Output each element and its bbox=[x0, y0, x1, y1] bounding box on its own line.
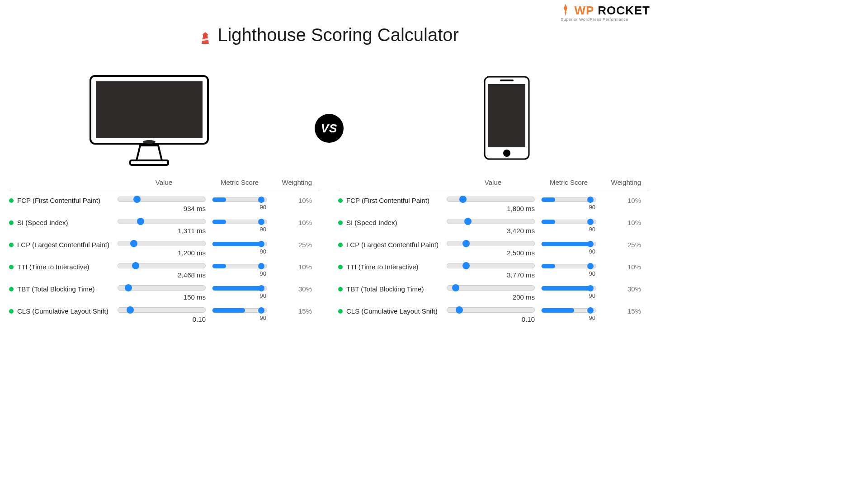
slider-thumb[interactable] bbox=[125, 284, 132, 291]
slider-thumb[interactable] bbox=[258, 307, 264, 314]
slider-thumb[interactable] bbox=[587, 219, 594, 225]
metric-score: 90 bbox=[539, 204, 598, 211]
mobile-rows: FCP (First Contentful Paint)1,800 ms9010… bbox=[338, 190, 649, 323]
score-column: 90 bbox=[210, 263, 269, 277]
value-column: 2,500 ms bbox=[447, 241, 539, 257]
score-fill bbox=[212, 242, 261, 246]
slider-thumb[interactable] bbox=[462, 240, 470, 247]
slider-thumb[interactable] bbox=[258, 241, 264, 247]
score-slider[interactable] bbox=[541, 220, 596, 224]
metric-weight: 30% bbox=[269, 285, 312, 293]
score-column: 90 bbox=[210, 307, 269, 321]
slider-thumb[interactable] bbox=[452, 284, 459, 291]
value-slider[interactable] bbox=[118, 219, 206, 224]
score-fill bbox=[542, 220, 555, 224]
slider-thumb[interactable] bbox=[258, 263, 264, 269]
slider-thumb[interactable] bbox=[258, 219, 264, 225]
value-column: 1,800 ms bbox=[447, 197, 539, 212]
slider-thumb[interactable] bbox=[587, 285, 594, 291]
col-value: Value bbox=[447, 178, 539, 186]
metric-value: 2,468 ms bbox=[118, 271, 210, 279]
score-slider[interactable] bbox=[212, 286, 267, 291]
value-slider[interactable] bbox=[118, 307, 206, 313]
status-dot-icon bbox=[338, 221, 343, 225]
metric-row: TTI (Time to Interactive)2,468 ms9010% bbox=[9, 257, 320, 279]
score-slider[interactable] bbox=[541, 308, 596, 313]
slider-thumb[interactable] bbox=[137, 218, 144, 225]
metric-name: SI (Speed Index) bbox=[346, 219, 397, 226]
score-slider[interactable] bbox=[212, 220, 267, 224]
status-dot-icon bbox=[338, 243, 343, 247]
status-dot-icon bbox=[338, 287, 343, 291]
metric-row: TBT (Total Blocking Time)200 ms9030% bbox=[338, 279, 649, 301]
score-slider[interactable] bbox=[541, 242, 596, 246]
value-column: 150 ms bbox=[118, 285, 210, 301]
slider-thumb[interactable] bbox=[587, 241, 594, 247]
score-fill bbox=[542, 242, 590, 246]
metric-score: 90 bbox=[539, 248, 598, 255]
value-slider[interactable] bbox=[447, 263, 535, 268]
value-column: 1,311 ms bbox=[118, 219, 210, 235]
value-slider[interactable] bbox=[118, 263, 206, 268]
metric-score: 90 bbox=[539, 226, 598, 233]
value-column: 1,200 ms bbox=[118, 241, 210, 257]
metric-score: 90 bbox=[539, 270, 598, 277]
slider-thumb[interactable] bbox=[258, 197, 264, 203]
metric-label: TTI (Time to Interactive) bbox=[9, 263, 118, 271]
slider-thumb[interactable] bbox=[459, 196, 467, 203]
slider-thumb[interactable] bbox=[587, 263, 594, 269]
metric-value: 3,420 ms bbox=[447, 227, 539, 235]
value-column: 934 ms bbox=[118, 197, 210, 212]
score-fill bbox=[212, 220, 226, 224]
value-slider[interactable] bbox=[447, 241, 535, 246]
score-slider[interactable] bbox=[212, 242, 267, 246]
value-slider[interactable] bbox=[118, 197, 206, 202]
metric-row: CLS (Cumulative Layout Shift)0.109015% bbox=[338, 301, 649, 323]
score-fill bbox=[212, 264, 226, 268]
slider-thumb[interactable] bbox=[587, 307, 594, 314]
score-slider[interactable] bbox=[212, 197, 267, 202]
metric-name: FCP (First Contentful Paint) bbox=[346, 197, 429, 204]
value-slider[interactable] bbox=[447, 219, 535, 224]
desktop-panel: Value Metric Score Weighting FCP (First … bbox=[9, 178, 320, 323]
score-column: 90 bbox=[210, 241, 269, 255]
metric-name: CLS (Cumulative Layout Shift) bbox=[346, 307, 438, 315]
score-column: 90 bbox=[539, 241, 598, 255]
value-slider[interactable] bbox=[447, 285, 535, 291]
slider-thumb[interactable] bbox=[133, 196, 141, 203]
col-metric-score: Metric Score bbox=[539, 178, 598, 186]
metric-score: 90 bbox=[210, 248, 269, 255]
metric-weight: 30% bbox=[598, 285, 641, 293]
value-slider[interactable] bbox=[447, 197, 535, 202]
score-column: 90 bbox=[539, 285, 598, 299]
metric-name: FCP (First Contentful Paint) bbox=[17, 197, 100, 204]
slider-thumb[interactable] bbox=[456, 306, 463, 314]
metric-name: TTI (Time to Interactive) bbox=[346, 263, 418, 271]
slider-thumb[interactable] bbox=[587, 197, 594, 203]
score-slider[interactable] bbox=[541, 286, 596, 291]
slider-thumb[interactable] bbox=[127, 306, 134, 314]
value-slider[interactable] bbox=[447, 307, 535, 313]
status-dot-icon bbox=[9, 265, 14, 269]
slider-thumb[interactable] bbox=[130, 240, 137, 247]
score-slider[interactable] bbox=[212, 264, 267, 268]
metric-weight: 10% bbox=[269, 219, 312, 226]
value-slider[interactable] bbox=[118, 241, 206, 246]
slider-thumb[interactable] bbox=[464, 218, 472, 225]
slider-thumb[interactable] bbox=[132, 262, 139, 269]
metric-score: 90 bbox=[539, 314, 598, 321]
score-slider[interactable] bbox=[541, 197, 596, 202]
metric-label: SI (Speed Index) bbox=[9, 219, 118, 226]
score-slider[interactable] bbox=[212, 308, 267, 313]
slider-thumb[interactable] bbox=[258, 285, 264, 291]
metric-value: 0.10 bbox=[447, 315, 539, 323]
metric-label: SI (Speed Index) bbox=[338, 219, 447, 226]
col-metric-score: Metric Score bbox=[210, 178, 269, 186]
slider-thumb[interactable] bbox=[462, 262, 470, 269]
value-slider[interactable] bbox=[118, 285, 206, 291]
metric-weight: 25% bbox=[598, 241, 641, 249]
score-slider[interactable] bbox=[541, 264, 596, 268]
score-fill bbox=[542, 308, 574, 313]
svg-point-8 bbox=[503, 150, 510, 157]
svg-rect-7 bbox=[500, 80, 514, 81]
